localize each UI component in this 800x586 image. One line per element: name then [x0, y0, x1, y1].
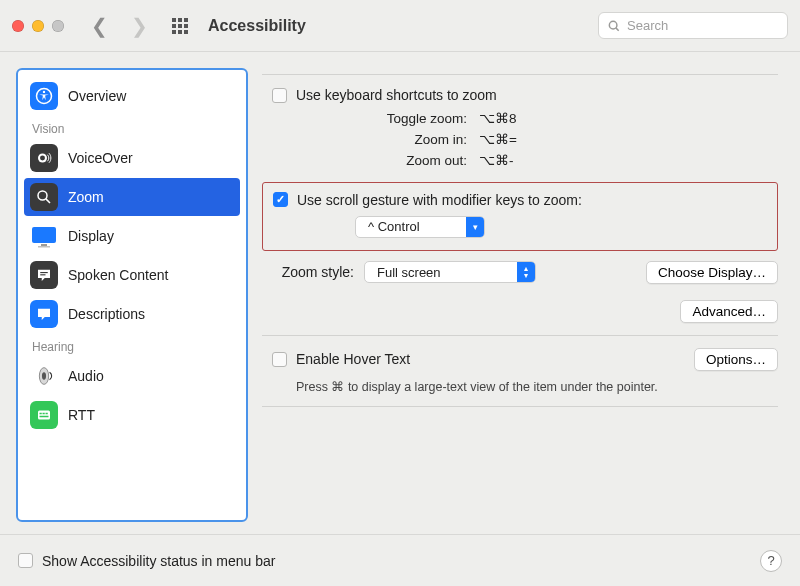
- sidebar-item-zoom[interactable]: Zoom: [24, 178, 240, 216]
- use-keyboard-shortcuts-label: Use keyboard shortcuts to zoom: [296, 87, 497, 103]
- voiceover-icon: [30, 144, 58, 172]
- window-controls: [12, 20, 64, 32]
- sidebar-item-display[interactable]: Display: [24, 217, 240, 255]
- svg-rect-11: [40, 272, 48, 273]
- sidebar-item-rtt[interactable]: RTT: [24, 396, 240, 434]
- show-all-prefs-icon[interactable]: [172, 18, 188, 34]
- spoken-content-icon: [30, 261, 58, 289]
- svg-rect-12: [40, 274, 45, 275]
- keyboard-shortcuts: Toggle zoom:⌥⌘8 Zoom in:⌥⌘= Zoom out:⌥⌘-: [362, 109, 778, 172]
- hover-text-hint: Press ⌘ to display a large-text view of …: [296, 379, 778, 394]
- enable-hover-text-label: Enable Hover Text: [296, 351, 410, 367]
- enable-hover-text-checkbox[interactable]: [272, 352, 287, 367]
- svg-point-3: [43, 91, 45, 93]
- svg-line-7: [46, 199, 50, 203]
- zoom-style-select[interactable]: Full screen ▴▾: [364, 261, 536, 283]
- sidebar-item-spoken-content[interactable]: Spoken Content: [24, 256, 240, 294]
- rtt-icon: [30, 401, 58, 429]
- zoom-window-icon[interactable]: [52, 20, 64, 32]
- svg-rect-9: [41, 244, 47, 246]
- sidebar-item-overview[interactable]: Overview: [24, 77, 240, 115]
- titlebar: ❮ ❯ Accessibility Search: [0, 0, 800, 52]
- scroll-gesture-label: Use scroll gesture with modifier keys to…: [297, 192, 582, 208]
- chevron-updown-icon: ▴▾: [517, 261, 535, 283]
- sidebar-item-voiceover[interactable]: VoiceOver: [24, 139, 240, 177]
- close-window-icon[interactable]: [12, 20, 24, 32]
- back-button[interactable]: ❮: [84, 14, 114, 38]
- chevron-down-icon: ▾: [466, 216, 484, 238]
- sidebar: Overview Vision VoiceOver Zoom Display S: [16, 68, 248, 522]
- sidebar-item-label: RTT: [68, 407, 95, 423]
- svg-line-1: [616, 27, 619, 30]
- sidebar-item-label: Zoom: [68, 189, 104, 205]
- sidebar-item-descriptions[interactable]: Descriptions: [24, 295, 240, 333]
- forward-button[interactable]: ❯: [124, 14, 154, 38]
- svg-rect-19: [40, 416, 49, 418]
- section-hearing: Hearing: [24, 334, 240, 356]
- footer: Show Accessibility status in menu bar ?: [0, 534, 800, 586]
- svg-rect-15: [38, 411, 50, 420]
- show-status-menubar-checkbox[interactable]: [18, 553, 33, 568]
- svg-point-0: [609, 21, 617, 29]
- svg-rect-17: [43, 413, 45, 415]
- svg-rect-16: [40, 413, 42, 415]
- svg-point-14: [42, 372, 46, 379]
- descriptions-icon: [30, 300, 58, 328]
- section-vision: Vision: [24, 116, 240, 138]
- svg-rect-18: [46, 413, 48, 415]
- accessibility-icon: [30, 82, 58, 110]
- sidebar-item-label: Spoken Content: [68, 267, 168, 283]
- sidebar-item-label: VoiceOver: [68, 150, 133, 166]
- help-button[interactable]: ?: [760, 550, 782, 572]
- search-input[interactable]: Search: [598, 12, 788, 39]
- search-placeholder: Search: [627, 18, 668, 33]
- scroll-gesture-checkbox[interactable]: ✓: [273, 192, 288, 207]
- search-icon: [607, 19, 621, 33]
- svg-rect-8: [32, 227, 56, 243]
- svg-point-5: [40, 156, 45, 161]
- sidebar-item-label: Descriptions: [68, 306, 145, 322]
- svg-rect-10: [38, 246, 50, 248]
- sidebar-item-label: Audio: [68, 368, 104, 384]
- modifier-key-select[interactable]: ^ Control ▾: [355, 216, 485, 238]
- sidebar-item-label: Display: [68, 228, 114, 244]
- scroll-gesture-group: ✓ Use scroll gesture with modifier keys …: [262, 182, 778, 251]
- hover-text-options-button[interactable]: Options…: [694, 348, 778, 371]
- svg-point-6: [38, 191, 47, 200]
- zoom-icon: [30, 183, 58, 211]
- zoom-style-label: Zoom style:: [262, 264, 354, 280]
- minimize-window-icon[interactable]: [32, 20, 44, 32]
- use-keyboard-shortcuts-checkbox[interactable]: [272, 88, 287, 103]
- display-icon: [30, 222, 58, 250]
- audio-icon: [30, 362, 58, 390]
- window-title: Accessibility: [208, 17, 306, 35]
- advanced-button[interactable]: Advanced…: [680, 300, 778, 323]
- zoom-panel: Use keyboard shortcuts to zoom Toggle zo…: [262, 68, 784, 534]
- sidebar-item-label: Overview: [68, 88, 126, 104]
- show-status-menubar-label: Show Accessibility status in menu bar: [42, 553, 275, 569]
- choose-display-button[interactable]: Choose Display…: [646, 261, 778, 284]
- sidebar-item-audio[interactable]: Audio: [24, 357, 240, 395]
